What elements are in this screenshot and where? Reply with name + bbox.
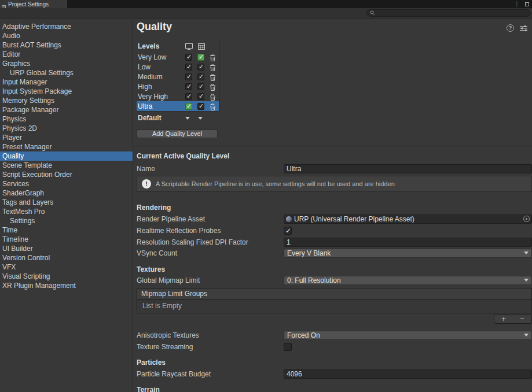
presets-icon[interactable] bbox=[520, 25, 527, 32]
texture-streaming-checkbox[interactable] bbox=[284, 343, 292, 351]
help-icon[interactable]: ? bbox=[507, 24, 514, 32]
sidebar-item-editor[interactable]: Editor bbox=[0, 50, 133, 59]
sidebar-item-version-control[interactable]: Version Control bbox=[0, 253, 133, 262]
all-platforms-icon[interactable] bbox=[197, 43, 205, 50]
quality-level-row[interactable]: Very Low bbox=[137, 52, 219, 62]
sidebar-item-ui-builder[interactable]: UI Builder bbox=[0, 244, 133, 253]
add-quality-level-button[interactable]: Add Quality Level bbox=[137, 130, 218, 138]
level-name: High bbox=[137, 83, 185, 91]
realtime-reflection-probes-checkbox[interactable] bbox=[284, 227, 292, 235]
vsync-count-dropdown[interactable]: Every V Blank bbox=[284, 249, 532, 258]
global-mipmap-limit-dropdown[interactable]: 0: Full Resolution bbox=[284, 276, 532, 285]
delete-level-icon[interactable] bbox=[210, 53, 217, 61]
level-current-checkbox-all[interactable] bbox=[197, 54, 204, 61]
sidebar-item-input-manager[interactable]: Input Manager bbox=[0, 77, 133, 87]
level-enabled-checkbox-desktop[interactable] bbox=[185, 83, 192, 90]
sidebar-item-xr-plugin-management[interactable]: XR Plugin Management bbox=[0, 281, 133, 290]
quality-level-row[interactable]: Very High bbox=[137, 91, 219, 101]
sidebar-item-tags-and-layers[interactable]: Tags and Layers bbox=[0, 198, 133, 207]
toolbar bbox=[0, 8, 532, 19]
default-desktop-dropdown-caret[interactable] bbox=[185, 117, 190, 120]
dpi-factor-field[interactable]: 1 bbox=[284, 238, 532, 247]
sidebar-item-input-system-package[interactable]: Input System Package bbox=[0, 87, 133, 96]
titlebar: Project Settings ⋮ bbox=[0, 0, 532, 8]
sidebar-item-burst-aot-settings[interactable]: Burst AOT Settings bbox=[0, 40, 133, 50]
search-box[interactable] bbox=[366, 9, 531, 17]
quality-level-row[interactable]: Low bbox=[137, 62, 219, 72]
add-list-item-button[interactable]: + bbox=[494, 315, 513, 323]
level-enabled-checkbox-all[interactable] bbox=[197, 73, 204, 80]
sidebar-item-scene-template[interactable]: Scene Template bbox=[0, 161, 133, 170]
mipmap-limit-groups-header[interactable]: Mipmap Limit Groups bbox=[137, 288, 532, 299]
particle-raycast-budget-field[interactable]: 4096 bbox=[284, 369, 532, 379]
level-enabled-checkbox-all[interactable] bbox=[197, 93, 204, 100]
levels-label: Levels bbox=[137, 42, 185, 50]
sidebar-item-player[interactable]: Player bbox=[0, 133, 133, 142]
search-icon bbox=[370, 10, 375, 16]
sidebar-item-adaptive-performance[interactable]: Adaptive Performance bbox=[0, 22, 133, 31]
level-name: Ultra bbox=[137, 102, 185, 110]
sidebar-item-shadergraph[interactable]: ShaderGraph bbox=[0, 188, 133, 198]
level-name: Medium bbox=[137, 73, 185, 81]
info-banner-text: A Scriptable Render Pipeline is in use, … bbox=[156, 180, 395, 187]
tab-project-settings[interactable]: Project Settings bbox=[0, 0, 67, 8]
level-name: Very Low bbox=[137, 53, 185, 61]
level-enabled-checkbox-all[interactable] bbox=[197, 83, 204, 90]
sidebar-item-textmesh-pro[interactable]: TextMesh Pro bbox=[0, 207, 133, 216]
sidebar-item-services[interactable]: Services bbox=[0, 179, 133, 188]
delete-level-icon[interactable] bbox=[210, 83, 217, 90]
sidebar-item-physics-2d[interactable]: Physics 2D bbox=[0, 124, 133, 133]
level-current-checkbox-desktop[interactable] bbox=[185, 103, 192, 110]
page-title: Quality bbox=[137, 21, 172, 33]
sidebar-item-preset-manager[interactable]: Preset Manager bbox=[0, 142, 133, 151]
sidebar-item-vfx[interactable]: VFX bbox=[0, 262, 133, 272]
texture-streaming-label: Texture Streaming bbox=[137, 343, 284, 351]
sidebar-item-textmesh-pro-settings[interactable]: Settings bbox=[0, 216, 133, 225]
vsync-count-value: Every V Blank bbox=[287, 249, 331, 257]
quality-level-row[interactable]: High bbox=[137, 82, 219, 91]
sidebar-item-visual-scripting[interactable]: Visual Scripting bbox=[0, 272, 133, 281]
srp-info-banner: ! A Scriptable Render Pipeline is in use… bbox=[137, 176, 532, 192]
project-settings-window: Project Settings ⋮ Adaptive Performance … bbox=[0, 0, 532, 392]
quality-level-row[interactable]: Medium bbox=[137, 72, 219, 82]
anisotropic-textures-dropdown[interactable]: Forced On bbox=[284, 331, 532, 340]
quality-settings-panel: Quality ? Levels Very Low Low bbox=[134, 19, 532, 392]
textures-section-title: Textures bbox=[137, 265, 165, 273]
active-quality-section-title: Current Active Quality Level bbox=[137, 152, 229, 160]
level-enabled-checkbox-desktop[interactable] bbox=[185, 93, 192, 100]
search-input[interactable] bbox=[377, 10, 527, 16]
render-pipeline-asset-field[interactable]: URP (Universal Render Pipeline Asset) bbox=[284, 215, 532, 224]
level-enabled-checkbox-desktop[interactable] bbox=[185, 54, 192, 61]
global-mipmap-limit-label: Global Mipmap Limit bbox=[137, 276, 284, 284]
level-enabled-checkbox-desktop[interactable] bbox=[185, 73, 192, 80]
remove-list-item-button[interactable]: − bbox=[513, 315, 531, 323]
settings-category-sidebar: Adaptive Performance Audio Burst AOT Set… bbox=[0, 19, 133, 392]
delete-level-icon[interactable] bbox=[210, 102, 217, 110]
active-quality-name-field[interactable]: Ultra bbox=[284, 164, 532, 173]
window-menu-icon[interactable]: ⋮ bbox=[514, 0, 520, 8]
sidebar-item-package-manager[interactable]: Package Manager bbox=[0, 105, 133, 114]
delete-level-icon[interactable] bbox=[210, 73, 217, 80]
level-enabled-checkbox-desktop[interactable] bbox=[185, 64, 192, 71]
sidebar-item-time[interactable]: Time bbox=[0, 225, 133, 235]
sidebar-item-timeline[interactable]: Timeline bbox=[0, 235, 133, 244]
object-picker-icon[interactable] bbox=[523, 216, 530, 222]
level-enabled-checkbox-all[interactable] bbox=[197, 103, 204, 110]
quality-level-row-selected[interactable]: Ultra bbox=[137, 101, 219, 111]
sidebar-item-script-execution-order[interactable]: Script Execution Order bbox=[0, 170, 133, 179]
level-enabled-checkbox-all[interactable] bbox=[197, 64, 204, 71]
delete-level-icon[interactable] bbox=[210, 93, 217, 100]
delete-level-icon[interactable] bbox=[210, 63, 217, 71]
sidebar-item-urp-global-settings[interactable]: URP Global Settings bbox=[0, 68, 133, 77]
sidebar-item-audio[interactable]: Audio bbox=[0, 31, 133, 40]
default-all-dropdown-caret[interactable] bbox=[198, 117, 203, 120]
sidebar-item-quality[interactable]: Quality bbox=[0, 151, 133, 161]
name-label: Name bbox=[137, 165, 284, 173]
sidebar-item-graphics[interactable]: Graphics bbox=[0, 59, 133, 68]
chevron-down-icon bbox=[524, 334, 529, 336]
desktop-platform-icon[interactable] bbox=[185, 43, 193, 50]
sidebar-item-physics[interactable]: Physics bbox=[0, 114, 133, 124]
levels-divider-vertical bbox=[219, 42, 220, 111]
maximize-icon[interactable] bbox=[525, 2, 529, 6]
sidebar-item-memory-settings[interactable]: Memory Settings bbox=[0, 96, 133, 105]
